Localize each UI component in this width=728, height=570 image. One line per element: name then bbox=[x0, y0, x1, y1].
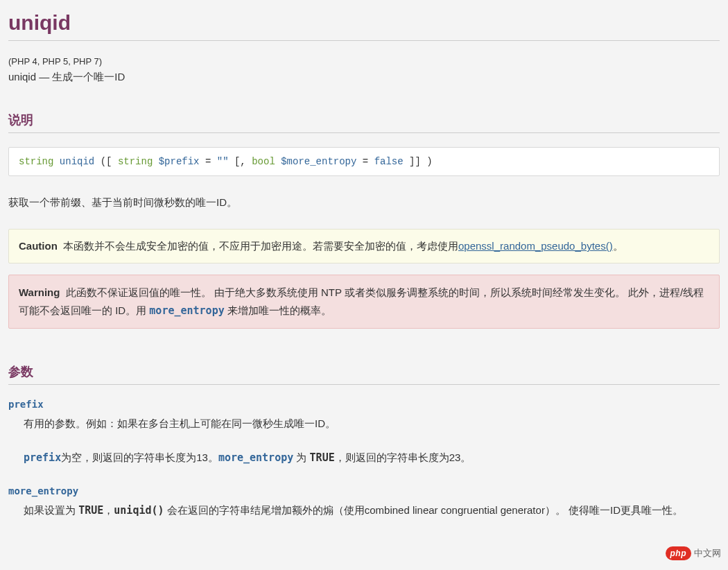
param1-default: "" bbox=[217, 156, 229, 167]
warning-label: Warning bbox=[19, 286, 60, 298]
param1-name: $prefix bbox=[159, 156, 200, 167]
desc2-code2: more_entropy bbox=[218, 451, 293, 464]
method-name: uniqid bbox=[60, 156, 94, 167]
param2-eq: = bbox=[363, 156, 374, 167]
caution-box: Caution 本函数并不会生成安全加密的值，不应用于加密用途。若需要安全加密的… bbox=[8, 229, 720, 264]
param-more-entropy-name: more_entropy bbox=[8, 485, 720, 496]
desc2-mid2: 为 bbox=[293, 451, 309, 463]
me-post: 会在返回的字符串结尾增加额外的煽（使用combined linear congr… bbox=[164, 504, 684, 516]
me-strong1: TRUE bbox=[78, 504, 103, 517]
synopsis-close: ]] ) bbox=[409, 156, 433, 167]
section-description-heading: 说明 bbox=[8, 112, 720, 133]
param2-default: false bbox=[374, 156, 404, 167]
section-params-heading: 参数 bbox=[8, 363, 720, 385]
desc2-end: ，则返回的字符串长度为23。 bbox=[335, 451, 471, 463]
warning-text-before: 此函数不保证返回值的唯一性。 由于绝大多数系统使用 NTP 或者类似服务调整系统… bbox=[19, 286, 704, 316]
return-type: string bbox=[19, 156, 53, 167]
synopsis-open: ([ bbox=[101, 156, 118, 167]
page-title: uniqid bbox=[8, 11, 720, 41]
desc2-mid1: 为空，则返回的字符串长度为13。 bbox=[61, 451, 218, 463]
caution-text-after: 。 bbox=[613, 240, 623, 252]
param-prefix-name: prefix bbox=[8, 399, 720, 410]
function-synopsis: string uniqid ([ string $prefix = "" [, … bbox=[8, 147, 720, 176]
warning-box: Warning 此函数不保证返回值的唯一性。 由于绝大多数系统使用 NTP 或者… bbox=[8, 275, 720, 329]
warning-text-after: 来增加唯一性的概率。 bbox=[225, 304, 331, 316]
param-more-entropy-desc: 如果设置为 TRUE，uniqid() 会在返回的字符串结尾增加额外的煽（使用c… bbox=[24, 501, 720, 520]
caution-link[interactable]: openssl_random_pseudo_bytes() bbox=[458, 240, 613, 252]
param-more-entropy: more_entropy 如果设置为 TRUE，uniqid() 会在返回的字符… bbox=[8, 485, 720, 520]
me-pre: 如果设置为 bbox=[24, 504, 78, 516]
me-mid1: ， bbox=[103, 504, 114, 516]
caution-label: Caution bbox=[19, 240, 58, 252]
me-strong2: uniqid() bbox=[114, 504, 164, 517]
param1-type: string bbox=[118, 156, 153, 167]
param-prefix-desc2: prefix为空，则返回的字符串长度为13。more_entropy 为 TRU… bbox=[24, 448, 720, 467]
param2-name: $more_entropy bbox=[281, 156, 356, 167]
function-summary: uniqid — 生成一个唯一ID bbox=[8, 71, 720, 84]
param-prefix-desc1: 有用的参数。例如：如果在多台主机上可能在同一微秒生成唯一ID。 bbox=[24, 414, 720, 433]
param2-type: bool bbox=[252, 156, 275, 167]
synopsis-sep: [, bbox=[234, 156, 252, 167]
desc2-strong: TRUE bbox=[310, 451, 335, 464]
caution-text-before: 本函数并不会生成安全加密的值，不应用于加密用途。若需要安全加密的值，考虑使用 bbox=[63, 240, 458, 252]
param1-eq: = bbox=[205, 156, 217, 167]
description-text: 获取一个带前缀、基于当前时间微秒数的唯一ID。 bbox=[8, 194, 720, 211]
version-info: (PHP 4, PHP 5, PHP 7) bbox=[8, 56, 720, 67]
desc2-code1: prefix bbox=[24, 451, 61, 464]
param-prefix: prefix 有用的参数。例如：如果在多台主机上可能在同一微秒生成唯一ID。 p… bbox=[8, 399, 720, 467]
warning-code-param: more_entropy bbox=[149, 304, 224, 317]
